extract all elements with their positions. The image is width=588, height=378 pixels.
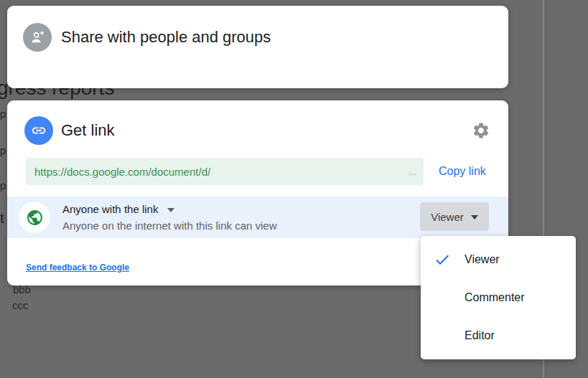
background-text-fragment: p [0,108,6,119]
background-document-line: bbb [13,284,31,295]
role-menu-item-label: Commenter [465,291,525,304]
role-menu: Viewer Commenter Editor [421,236,576,359]
role-menu-item-commenter[interactable]: Commenter [421,278,576,316]
link-scope-label: Anyone with the link [62,202,158,217]
check-icon [433,250,452,269]
chevron-down-icon [167,208,174,212]
link-access-row: Anyone with the link Anyone on the inter… [7,197,508,238]
link-scope-dropdown[interactable]: Anyone with the link [62,202,277,217]
share-with-people-dialog: Share with people and groups [7,6,508,88]
background-document-line: ccc [12,300,29,311]
copy-link-button[interactable]: Copy link [436,164,489,179]
chevron-down-icon [471,215,478,219]
share-dialog-title: Share with people and groups [61,28,271,47]
link-settings-gear-icon[interactable] [470,119,493,142]
role-menu-item-label: Editor [465,329,495,342]
role-menu-item-viewer[interactable]: Viewer [421,240,576,278]
get-link-title: Get link [61,121,115,140]
check-placeholder [433,288,452,307]
link-icon [24,116,53,145]
link-url-text: https://docs.google.com/document/d/ [34,166,409,178]
background-text-fragment: t [0,210,4,225]
check-placeholder [433,326,452,345]
background-text-fragment: p [0,180,6,191]
link-scope-description: Anyone on the internet with this link ca… [62,218,277,233]
link-url-field[interactable]: https://docs.google.com/document/d/ ... [26,158,424,185]
role-dropdown-label: Viewer [431,211,464,223]
public-globe-icon [19,202,50,233]
background-text-fragment: p [0,145,6,156]
role-menu-item-editor[interactable]: Editor [421,316,576,354]
send-feedback-link[interactable]: Send feedback to Google [26,263,129,273]
link-url-ellipsis: ... [409,166,416,177]
role-menu-item-label: Viewer [465,253,500,266]
role-dropdown-button[interactable]: Viewer [420,202,489,231]
access-text-block: Anyone with the link Anyone on the inter… [62,202,277,233]
person-add-icon [23,23,52,52]
